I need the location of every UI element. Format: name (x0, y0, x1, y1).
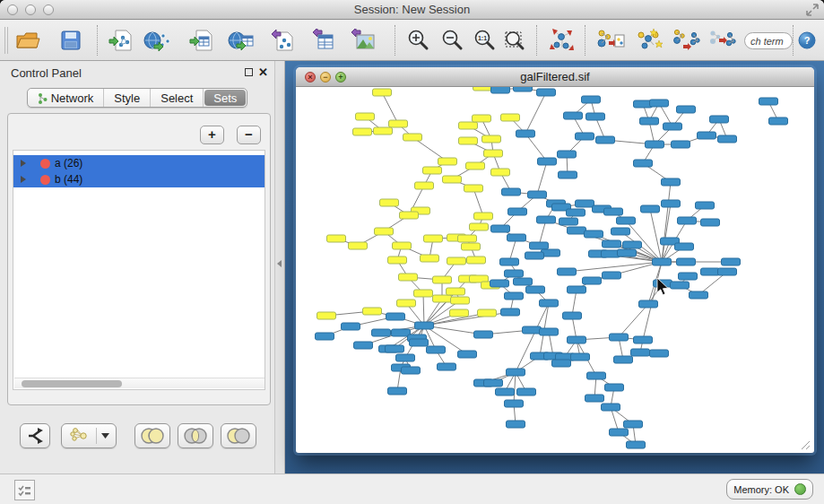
export-image-icon[interactable] (348, 26, 378, 55)
merge-networks-icon[interactable] (671, 26, 701, 55)
graph-node[interactable] (478, 309, 497, 317)
graph-node[interactable] (537, 216, 556, 223)
select-first-neighbors-icon[interactable] (633, 26, 664, 55)
graph-node[interactable] (610, 334, 629, 341)
graph-node[interactable] (356, 113, 375, 120)
graph-node[interactable] (386, 313, 405, 320)
graph-node[interactable] (474, 331, 493, 338)
fullscreen-icon[interactable] (806, 4, 819, 16)
graph-node[interactable] (491, 169, 510, 176)
split-sets-button[interactable] (20, 423, 50, 448)
graph-node[interactable] (624, 421, 643, 428)
graph-node[interactable] (564, 112, 583, 119)
graph-node[interactable] (646, 141, 664, 148)
tab-style[interactable]: Style (104, 89, 151, 107)
graph-node[interactable] (552, 360, 571, 367)
graph-node[interactable] (710, 116, 729, 123)
graph-node[interactable] (517, 388, 536, 395)
network-frame-titlebar[interactable]: × − + galFiltered.sif (296, 67, 814, 87)
scrollbar-thumb[interactable] (22, 380, 122, 387)
graph-node[interactable] (567, 209, 585, 216)
graph-node[interactable] (769, 117, 788, 125)
graph-node[interactable] (484, 150, 503, 157)
graph-node[interactable] (640, 117, 659, 125)
graph-node[interactable] (508, 208, 527, 215)
collapse-panel-icon[interactable] (277, 260, 282, 267)
graph-node[interactable] (583, 277, 602, 284)
graph-node[interactable] (696, 202, 715, 209)
import-table-url-icon[interactable] (226, 26, 256, 55)
graph-node[interactable] (650, 350, 669, 357)
graph-node[interactable] (678, 217, 697, 224)
graph-node[interactable] (502, 188, 521, 196)
expand-arrow-icon[interactable] (21, 176, 26, 183)
panel-splitter[interactable] (274, 61, 285, 474)
export-network-icon[interactable] (267, 26, 298, 55)
graph-node[interactable] (427, 346, 446, 353)
save-session-icon[interactable] (56, 26, 86, 55)
subnetwork-from-selection-icon[interactable] (595, 26, 626, 55)
graph-node[interactable] (462, 243, 481, 250)
graph-node[interactable] (585, 395, 604, 402)
graph-node[interactable] (354, 342, 373, 349)
graph-node[interactable] (451, 297, 470, 304)
zoom-in-icon[interactable] (403, 26, 434, 55)
zoom-selected-icon[interactable] (500, 26, 531, 55)
graph-node[interactable] (373, 89, 392, 96)
graph-node[interactable] (403, 134, 422, 141)
graph-node[interactable] (349, 242, 368, 249)
graph-node[interactable] (672, 141, 690, 148)
graph-node[interactable] (317, 312, 336, 319)
graph-node[interactable] (718, 268, 737, 275)
graph-node[interactable] (473, 87, 492, 91)
graph-node[interactable] (447, 288, 465, 295)
graph-node[interactable] (677, 106, 696, 113)
graph-node[interactable] (501, 308, 520, 316)
graph-node[interactable] (500, 258, 519, 265)
graph-node[interactable] (491, 87, 510, 93)
graph-node[interactable] (438, 363, 456, 370)
graph-node[interactable] (380, 199, 399, 206)
graph-node[interactable] (514, 278, 533, 285)
graph-node[interactable] (459, 122, 478, 129)
add-set-button[interactable]: + (200, 126, 224, 144)
graph-node[interactable] (563, 312, 582, 319)
task-history-button[interactable] (14, 480, 35, 500)
graph-node[interactable] (671, 282, 690, 289)
graph-node[interactable] (507, 421, 525, 428)
graph-node[interactable] (617, 217, 636, 224)
graph-node[interactable] (611, 228, 630, 235)
union-button[interactable] (134, 423, 170, 448)
network-canvas[interactable] (296, 87, 812, 452)
graph-node[interactable] (662, 178, 681, 186)
graph-node[interactable] (528, 191, 547, 198)
zoom-out-icon[interactable] (438, 26, 468, 55)
graph-node[interactable] (507, 369, 525, 376)
export-table-icon[interactable] (308, 26, 339, 55)
float-panel-icon[interactable] (245, 68, 253, 76)
graph-node[interactable] (353, 128, 372, 135)
graph-node[interactable] (447, 257, 466, 265)
graph-node[interactable] (698, 132, 716, 139)
graph-node[interactable] (514, 87, 533, 91)
graph-node[interactable] (526, 286, 545, 293)
graph-node[interactable] (490, 280, 509, 287)
graph-node[interactable] (450, 309, 469, 317)
graph-node[interactable] (614, 356, 633, 363)
graph-node[interactable] (399, 274, 418, 281)
graph-node[interactable] (571, 353, 590, 361)
graph-node[interactable] (397, 300, 416, 307)
graph-node[interactable] (474, 213, 493, 220)
graph-node[interactable] (568, 336, 586, 343)
graph-node[interactable] (690, 291, 708, 299)
graph-node[interactable] (540, 300, 559, 307)
set-list-item[interactable]: a (26) (13, 155, 265, 171)
set-list-item[interactable]: b (44) (13, 171, 265, 187)
graph-node[interactable] (438, 158, 457, 165)
graph-node[interactable] (433, 295, 452, 302)
graph-node[interactable] (603, 272, 621, 279)
graph-node[interactable] (505, 292, 524, 300)
network-frame[interactable]: × − + galFiltered.sif (296, 67, 814, 453)
difference-button[interactable] (221, 423, 256, 448)
graph-node[interactable] (664, 123, 682, 130)
